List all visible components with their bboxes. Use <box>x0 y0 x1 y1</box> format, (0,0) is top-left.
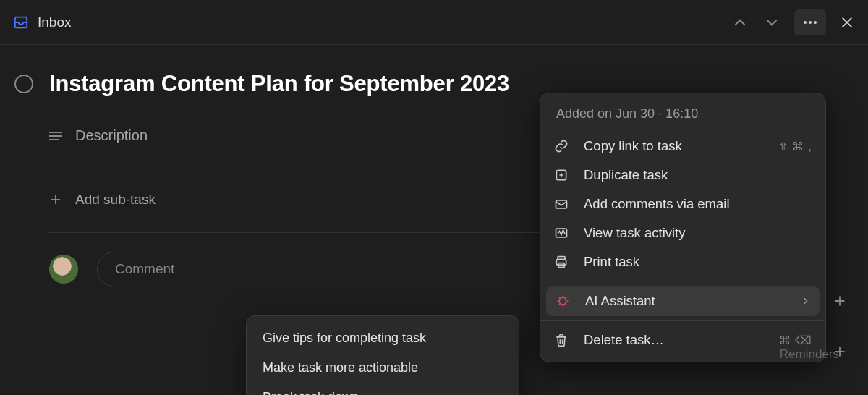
add-subtask-label: Add sub-task <box>75 192 156 208</box>
context-menu-added-on: Added on Jun 30 · 16:10 <box>540 93 825 132</box>
menu-label: Copy link to task <box>584 138 764 154</box>
menu-item-duplicate[interactable]: Duplicate task <box>540 161 825 190</box>
menu-item-copy-link[interactable]: Copy link to task ⇧ ⌘ , <box>540 132 825 161</box>
avatar <box>49 255 78 284</box>
more-options-button[interactable] <box>794 9 826 35</box>
menu-label: Delete task… <box>584 332 765 348</box>
activity-icon <box>553 225 569 241</box>
top-bar: Inbox <box>0 0 868 45</box>
menu-shortcut: ⌘ ⌫ <box>779 334 812 347</box>
menu-label: AI Assistant <box>585 293 786 309</box>
comment-input[interactable]: Comment <box>97 252 560 286</box>
menu-shortcut: ⇧ ⌘ , <box>778 140 812 153</box>
svg-point-2 <box>814 21 817 24</box>
sidebar-reminders-label: Reminders <box>780 347 839 362</box>
mail-icon <box>553 196 569 212</box>
menu-separator <box>540 281 825 281</box>
ai-sparkle-icon <box>555 293 571 309</box>
menu-item-add-comments-email[interactable]: Add comments via email <box>540 190 825 218</box>
ai-assistant-submenu: Give tips for completing task Make task … <box>246 315 519 395</box>
complete-checkbox[interactable] <box>14 75 33 93</box>
breadcrumb: Inbox <box>13 14 71 30</box>
svg-point-1 <box>809 21 812 24</box>
menu-label: Duplicate task <box>584 167 812 183</box>
close-icon[interactable] <box>839 14 855 30</box>
menu-item-ai-assistant[interactable]: AI Assistant <box>546 286 820 316</box>
more-horizontal-icon <box>803 20 817 25</box>
description-icon <box>49 132 62 140</box>
task-title[interactable]: Instagram Content Plan for September 202… <box>49 71 509 97</box>
inbox-icon <box>13 14 29 30</box>
task-context-menu: Added on Jun 30 · 16:10 Copy link to tas… <box>540 93 826 362</box>
svg-rect-4 <box>556 200 567 208</box>
chevron-up-icon[interactable] <box>731 13 749 32</box>
print-icon <box>553 254 569 270</box>
side-add-button-1[interactable] <box>832 293 848 309</box>
duplicate-icon <box>553 167 569 183</box>
link-icon <box>553 138 569 154</box>
svg-point-0 <box>804 21 807 24</box>
trash-icon <box>553 332 569 348</box>
task-detail-pane: Instagram Content Plan for September 202… <box>0 45 868 286</box>
menu-label: Add comments via email <box>584 196 812 212</box>
ai-item-breakdown[interactable]: Break task down <box>247 383 519 395</box>
svg-point-9 <box>559 297 566 305</box>
comment-placeholder: Comment <box>115 261 174 277</box>
chevron-down-icon[interactable] <box>762 13 781 32</box>
ai-item-tips[interactable]: Give tips for completing task <box>247 323 519 353</box>
side-add-button-2[interactable] <box>832 344 848 360</box>
menu-item-view-activity[interactable]: View task activity <box>540 218 825 247</box>
plus-icon <box>49 193 62 206</box>
description-label: Description <box>75 127 148 144</box>
chevron-right-icon <box>801 296 811 306</box>
menu-label: View task activity <box>584 225 812 241</box>
ai-item-actionable[interactable]: Make task more actionable <box>247 353 519 383</box>
menu-separator <box>540 320 825 321</box>
menu-label: Print task <box>584 254 812 270</box>
topbar-actions <box>731 9 855 35</box>
inbox-label: Inbox <box>38 14 71 30</box>
menu-item-print[interactable]: Print task <box>540 247 825 276</box>
